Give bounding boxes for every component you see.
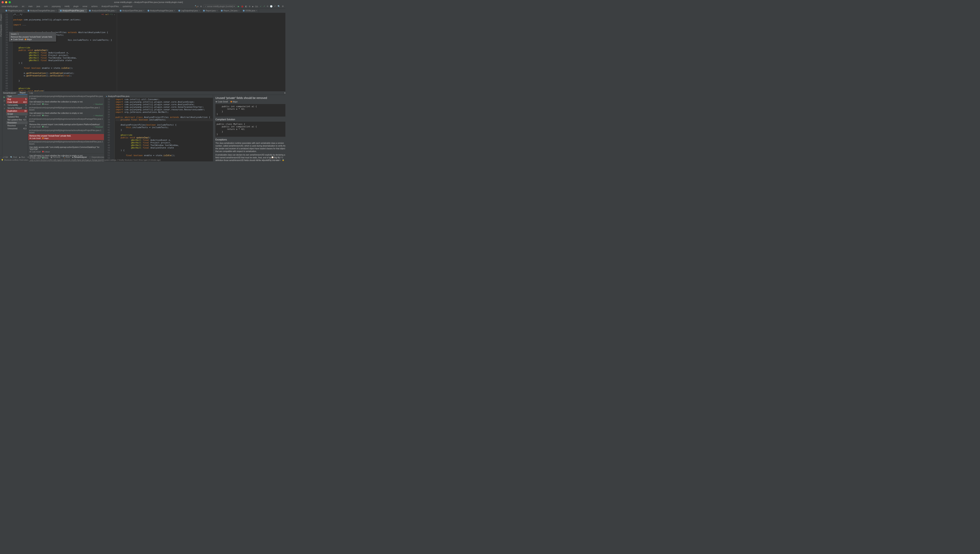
editor-pane[interactable]: ● 1 ▲ 2 ✓ 1 ⌄ 21 22 23 24 25 26 27 28 29… [2, 13, 117, 91]
git-update-icon[interactable]: ⟲ [266, 5, 268, 8]
pull-requests-tool[interactable]: Pull Requests [0, 24, 2, 37]
breadcrumb-seg[interactable]: java [37, 5, 40, 8]
editor-tab[interactable]: UIUtils.java× [241, 9, 259, 13]
breadcrumb-seg[interactable]: plugin [73, 5, 79, 8]
close-icon[interactable]: × [23, 10, 24, 12]
breadcrumb-seg[interactable]: main [29, 5, 33, 8]
issue-group-header[interactable]: src/main/java/com/yujunyang/intellij/plu… [28, 140, 104, 145]
sb-git[interactable]: ⎇ Git [1, 156, 9, 158]
sb-build[interactable]: 🔨 Build [61, 156, 71, 158]
hammer-icon[interactable]: 🔨▾ [194, 5, 199, 8]
rule-panel[interactable]: Unused "private" fields should be remove… [213, 95, 285, 161]
issue-card[interactable]: Remove this unused "includeTests" privat… [28, 134, 104, 140]
editor-tab[interactable]: PluginIcons.java× [4, 9, 26, 13]
issue-group-header[interactable]: src/main/java/com/yujunyang/intellij/plu… [28, 95, 104, 100]
close-window[interactable] [2, 1, 4, 3]
editor-tab[interactable]: AnalyzeProjectFiles.java× [58, 9, 88, 13]
sb-todo[interactable]: ☑ TODO [26, 156, 37, 158]
filter-row[interactable]: Vulnerability0 [6, 103, 28, 107]
run-config-select[interactable]: ✓ sonar-intellij-plugin [runIde] ▾ [204, 5, 236, 8]
preview-code[interactable]: import com.intellij.util.Consumer; impor… [115, 98, 213, 161]
breadcrumb-seg[interactable]: AnalyzeProjectFiles [102, 5, 119, 8]
close-icon[interactable]: × [84, 10, 86, 12]
breadcrumb[interactable]: sonar-intellij-plugin〉src〉main〉java〉com〉… [2, 5, 194, 8]
warning-count[interactable]: ▲ 2 [105, 13, 108, 15]
weak-warning-count[interactable]: ✓ 1 [110, 13, 113, 15]
user-icon[interactable]: ⊕ [200, 5, 202, 8]
inspection-widget[interactable]: ● 1 ▲ 2 ✓ 1 ⌄ [102, 13, 115, 15]
breadcrumb-seg[interactable]: updateImpl [123, 5, 132, 8]
breadcrumb-seg[interactable]: sonar-intellij-plugin [2, 5, 18, 8]
breadcrumb-seg[interactable]: intellij [64, 5, 69, 8]
help-icon[interactable]: ? [3, 107, 6, 110]
sb-indent[interactable]: 4 spaces [272, 159, 282, 161]
git-push-icon[interactable]: ↗ [263, 5, 265, 8]
filter-row[interactable]: Code Smell413 [6, 101, 28, 103]
zoom-window[interactable] [9, 1, 11, 3]
refresh-icon[interactable]: ⟳ [3, 100, 6, 102]
editor-tab[interactable]: AnalyzeChangelistFiles.java× [26, 9, 58, 13]
run-icon[interactable]: ▶ [238, 5, 239, 8]
git-commit-icon[interactable]: ✓ [260, 5, 262, 8]
settings-icon[interactable]: ⚙ [282, 5, 284, 8]
sb-readonly-icon[interactable]: 🔒 [282, 159, 284, 161]
close-icon[interactable]: × [199, 10, 200, 12]
close-icon[interactable]: × [115, 10, 116, 12]
issue-group-header[interactable]: src/main/java/com/yujunyang/intellij/plu… [28, 129, 104, 134]
close-icon[interactable]: × [256, 10, 257, 12]
search-icon[interactable]: 🔍 [277, 5, 280, 8]
issue-card[interactable]: Use isEmpty() to check whether the colle… [28, 100, 104, 106]
editor-tab[interactable]: Report_Del.java× [219, 9, 241, 13]
git-rollback-icon[interactable]: ↶ [274, 5, 276, 8]
filter-row[interactable]: Security Hotspot3 [6, 107, 28, 110]
editor-tab[interactable]: AnalyzeOpenFiles.java× [118, 9, 146, 13]
editor-tab[interactable]: LogOutputImpl.java× [177, 9, 202, 13]
filter-row[interactable]: Duplication19 [6, 110, 28, 113]
tool-settings-icon[interactable]: ⚙ [284, 92, 285, 94]
filter-row[interactable]: Unresolved413 [6, 127, 28, 130]
inspection-menu[interactable]: ⌄ [114, 13, 115, 15]
editor-tab[interactable]: AnalyzePackageFiles.java× [146, 9, 177, 13]
sb-find[interactable]: 🔍 Find [9, 156, 18, 158]
editor-tab[interactable]: AnalyzeSelectedFiles.java× [88, 9, 118, 13]
close-icon[interactable]: × [174, 10, 175, 12]
issue-card[interactable]: Remove this unused import 'com.intellij.… [28, 123, 104, 129]
issue-card[interactable]: Use static access with "com.intellij.ope… [28, 145, 104, 154]
sb-eventlog[interactable]: 📋 Event Log [270, 156, 284, 158]
breadcrumb-seg[interactable]: yujunyang [52, 5, 61, 8]
sb-problems[interactable]: ⊘ Problems [37, 156, 49, 158]
play-icon[interactable]: ▶ [3, 96, 6, 98]
close-icon[interactable]: × [56, 10, 57, 12]
issue-group-header[interactable]: src/main/java/com/yujunyang/intellij/plu… [28, 106, 104, 111]
sb-eol[interactable]: LF [261, 159, 265, 161]
filter-row[interactable]: Bug5 [6, 98, 28, 101]
log-tab[interactable]: Log [27, 91, 35, 94]
error-count[interactable]: ● 1 [102, 13, 104, 15]
breadcrumb-seg[interactable]: com [44, 5, 48, 8]
close-icon[interactable]: × [217, 10, 218, 12]
sb-sonar[interactable]: ● SonarAnalyzer [71, 156, 88, 158]
sb-terminal[interactable]: ▣ Terminal [49, 156, 62, 158]
sb-run[interactable]: ▶ Run [18, 156, 26, 158]
stop-icon[interactable]: ■ [252, 5, 253, 8]
minimize-window[interactable] [5, 1, 7, 3]
editor-gutter[interactable] [9, 13, 13, 91]
issue-card[interactable]: Use isEmpty() to check whether the colle… [28, 111, 104, 118]
issue-group-header[interactable]: src/main/java/com/yujunyang/intellij/plu… [28, 118, 104, 123]
debug-icon[interactable]: 🐞 [241, 5, 244, 8]
preview-panel[interactable]: ●AnalyzeProjectFiles.java 30 31 32 33 34… [104, 95, 213, 161]
project-tool[interactable]: Project [0, 14, 2, 21]
coverage-icon[interactable]: ◧ [245, 5, 247, 8]
breadcrumb-seg[interactable]: sonar [83, 5, 88, 8]
sb-encoding[interactable]: UTF-8 [265, 159, 272, 161]
git-history-icon[interactable]: 🕐 [270, 5, 272, 8]
clear-icon[interactable]: ✕ [3, 103, 6, 106]
filter-row[interactable]: Resolved8 [6, 124, 28, 127]
report-tab[interactable]: Report [18, 91, 27, 95]
issues-list[interactable]: src/main/java/com/yujunyang/intellij/plu… [28, 95, 104, 161]
profile-icon[interactable]: ⊚ [249, 5, 250, 8]
breadcrumb-seg[interactable]: actions [91, 5, 97, 8]
filter-row[interactable]: Updated files0 [6, 115, 28, 118]
close-icon[interactable]: × [238, 10, 239, 12]
sb-dependencies[interactable]: ⬚ Dependencies [88, 156, 105, 158]
